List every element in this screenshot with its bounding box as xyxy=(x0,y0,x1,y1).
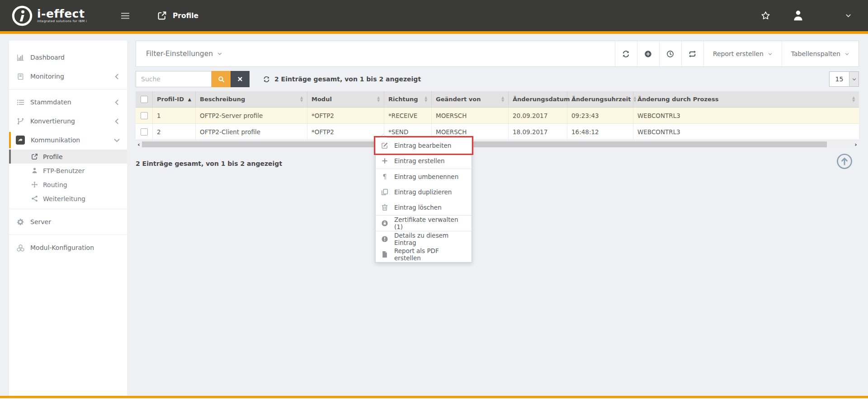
page-title-label: Profile xyxy=(173,12,198,20)
table-columns-dropdown[interactable]: Tabellenspalten xyxy=(782,41,859,66)
person-icon xyxy=(31,167,38,174)
menu-item-eintrag-erstellen[interactable]: Eintrag erstellen xyxy=(376,153,472,169)
repeat-icon xyxy=(689,50,696,58)
sidebar-subitem-weiterleitung[interactable]: Weiterleitung xyxy=(9,192,127,206)
table-header-row: Profil-ID▲ Beschreibung▲▼ Modul▲▼ Richtu… xyxy=(136,91,859,108)
scrollbar-thumb[interactable] xyxy=(142,141,827,147)
menu-item-eintrag-loeschen[interactable]: Eintrag löschen xyxy=(376,200,472,215)
page-title: Profile xyxy=(157,11,198,20)
report-dropdown[interactable]: Report erstellen xyxy=(703,41,782,66)
column-header-geaendert-von[interactable]: Geändert von▲▼ xyxy=(432,91,509,107)
cubes-icon xyxy=(17,244,24,252)
favorite-star-icon[interactable] xyxy=(761,11,770,20)
filter-settings-label: Filter-Einstellungen xyxy=(146,50,213,58)
column-header-aenderung-durch-prozess[interactable]: Änderung durch Prozess▲▼ xyxy=(633,91,859,107)
cell-richtung: *RECEIVE xyxy=(384,108,432,123)
column-header-aenderungsdatum[interactable]: Änderungsdatum▲▼ xyxy=(509,91,567,107)
row-checkbox[interactable] xyxy=(141,112,148,119)
scroll-to-top-button[interactable] xyxy=(836,153,853,169)
sidebar-item-label: Modul-Konfiguration xyxy=(30,244,94,251)
search-icon xyxy=(218,76,225,83)
scroll-left-arrow[interactable]: ‹ xyxy=(136,141,142,148)
column-header-richtung[interactable]: Richtung▲▼ xyxy=(384,91,432,107)
sidebar-item-stammdaten[interactable]: Stammdaten xyxy=(9,93,127,112)
table-row[interactable]: 2 OFTP2-Client profile *OFTP2 *SEND MOER… xyxy=(136,124,859,140)
select-all-cell xyxy=(136,91,153,107)
svg-text:¶: ¶ xyxy=(383,173,387,180)
chevron-down-icon xyxy=(217,51,222,56)
info-circle-icon xyxy=(381,235,388,243)
horizontal-scrollbar: ‹ › xyxy=(136,141,859,148)
refresh-icon[interactable] xyxy=(263,76,270,83)
user-menu-chevron-icon[interactable] xyxy=(845,12,852,19)
scroll-right-arrow[interactable]: › xyxy=(853,141,859,148)
accent-bar-bottom xyxy=(0,396,868,398)
sidebar-subitem-ftp-benutzer[interactable]: FTP-Benutzer xyxy=(9,164,127,178)
page-size-select[interactable]: 15 xyxy=(829,71,859,87)
column-header-beschreibung[interactable]: Beschreibung▲▼ xyxy=(196,91,307,107)
filter-settings-dropdown[interactable]: Filter-Einstellungen xyxy=(136,41,615,66)
refresh-button[interactable] xyxy=(615,41,637,66)
select-all-checkbox[interactable] xyxy=(141,96,148,103)
scrollbar-track[interactable] xyxy=(142,141,853,147)
sidebar-item-modul-konfiguration[interactable]: Modul-Konfiguration xyxy=(9,238,127,257)
sidebar-item-label: Stammdaten xyxy=(30,99,71,106)
header-actions xyxy=(761,9,852,22)
row-checkbox[interactable] xyxy=(141,128,148,136)
chevron-down-icon xyxy=(844,52,849,56)
sidebar-subitem-routing[interactable]: Routing xyxy=(9,178,127,192)
auto-reload-button[interactable] xyxy=(681,41,703,66)
sidebar-item-dashboard[interactable]: Dashboard xyxy=(9,48,127,67)
cell-aenderungsdatum: 18.09.2017 xyxy=(509,124,567,140)
close-icon xyxy=(237,76,243,82)
sidebar-divider xyxy=(9,235,127,235)
plus-icon xyxy=(381,157,388,164)
menu-item-eintrag-umbenennen[interactable]: ¶ Eintrag umbenennen xyxy=(376,169,472,184)
sort-icon: ▲▼ xyxy=(300,96,303,102)
cell-beschreibung: OFTP2-Client profile xyxy=(196,124,307,140)
sidebar-item-monitoring[interactable]: Monitoring xyxy=(9,67,127,86)
logo-title: i-effect xyxy=(37,9,87,19)
row-context-menu: Eintrag bearbeiten Eintrag erstellen ¶ E… xyxy=(375,137,472,263)
book-icon xyxy=(17,73,24,80)
hamburger-menu-icon[interactable] xyxy=(119,11,131,21)
menu-item-eintrag-duplizieren[interactable]: Eintrag duplizieren xyxy=(376,184,472,200)
sort-icon: ▲▼ xyxy=(501,96,504,102)
sidebar-item-label: Kommunikation xyxy=(31,136,80,144)
chevron-left-icon xyxy=(113,73,121,80)
add-entry-button[interactable] xyxy=(637,41,659,66)
results-summary-top: 2 Einträge gesamt, von 1 bis 2 angezeigt xyxy=(263,75,421,83)
user-account-icon[interactable] xyxy=(792,9,804,22)
menu-item-zertifikate-verwalten[interactable]: Zertifikate verwalten (1) xyxy=(376,216,472,231)
menu-item-report-pdf[interactable]: Report als PDF erstellen xyxy=(376,247,472,262)
column-header-profil-id[interactable]: Profil-ID▲ xyxy=(153,91,196,107)
chevron-down-icon xyxy=(768,52,773,56)
column-header-modul[interactable]: Modul▲▼ xyxy=(307,91,384,107)
menu-item-details[interactable]: Details zu diesem Eintrag xyxy=(376,231,472,247)
sidebar-item-label: Monitoring xyxy=(30,73,64,80)
clear-search-button[interactable] xyxy=(231,71,250,87)
cell-aenderungsdatum: 20.09.2017 xyxy=(509,108,567,123)
bar-chart-icon xyxy=(17,54,24,61)
chevron-left-icon xyxy=(113,99,121,106)
search-input[interactable] xyxy=(136,71,212,87)
column-header-aenderungsuhrzeit[interactable]: Änderungsuhrzeit▲▼ xyxy=(567,91,633,107)
content-area: Dashboard Monitoring Stammdaten Konverti… xyxy=(9,41,859,396)
chevron-left-icon xyxy=(113,117,121,125)
sidebar-divider xyxy=(9,209,127,209)
table-row[interactable]: 1 OFTP2-Server profile *OFTP2 *RECEIVE M… xyxy=(136,108,859,124)
sidebar-item-kommunikation[interactable]: Kommunikation xyxy=(9,131,127,150)
sidebar-item-konvertierung[interactable]: Konvertierung xyxy=(9,112,127,131)
history-button[interactable] xyxy=(659,41,681,66)
sidebar-item-server[interactable]: Server xyxy=(9,212,127,231)
sidebar-item-label: Dashboard xyxy=(30,54,65,61)
search-button[interactable] xyxy=(212,71,231,87)
external-link-icon xyxy=(157,11,167,20)
refresh-icon xyxy=(622,50,630,58)
logo-swirl-icon xyxy=(12,5,33,26)
sidebar-subitem-profile[interactable]: Profile xyxy=(9,150,127,164)
sidebar-item-label: Konvertierung xyxy=(30,117,75,125)
menu-item-eintrag-bearbeiten[interactable]: Eintrag bearbeiten xyxy=(376,138,472,153)
app-logo: i-effect integrated solutions for IBM i xyxy=(12,5,107,26)
cell-modul: *OFTP2 xyxy=(307,108,384,123)
